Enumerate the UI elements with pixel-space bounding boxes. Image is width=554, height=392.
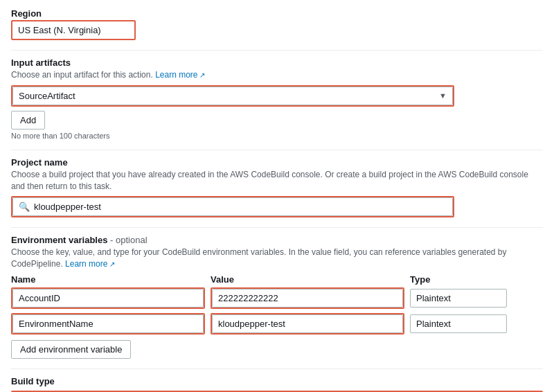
col-value-header: Value xyxy=(211,274,404,285)
project-name-label: Project name xyxy=(11,157,543,168)
env-vars-desc: Choose the key, value, and type for your… xyxy=(11,247,543,270)
dropdown-arrow-icon: ▼ xyxy=(439,91,447,100)
env-row-2 xyxy=(11,313,543,335)
env-row-1 xyxy=(11,287,543,309)
input-artifacts-label: Input artifacts xyxy=(11,57,543,68)
col-type-header: Type xyxy=(410,274,507,285)
env-value-box-1 xyxy=(211,287,404,309)
env-name-box-2 xyxy=(11,313,205,335)
env-type-1 xyxy=(410,289,507,308)
search-icon: 🔍 xyxy=(19,202,30,212)
env-vars-learn-more[interactable]: Learn more xyxy=(65,259,115,269)
env-name-box-1 xyxy=(11,287,205,309)
project-name-search-wrapper: 🔍 xyxy=(11,196,454,217)
region-label: Region xyxy=(11,8,543,19)
env-vars-header: Name Value Type xyxy=(11,274,543,285)
build-type-section: Build type Single build Triggers a singl… xyxy=(11,376,543,392)
env-name-input-2[interactable] xyxy=(12,314,204,333)
input-artifacts-section: Input artifacts Choose an input artifact… xyxy=(11,57,543,140)
project-name-desc: Choose a build project that you have alr… xyxy=(11,169,543,193)
env-type-2 xyxy=(410,314,507,333)
env-type-input-1[interactable] xyxy=(410,289,507,308)
col-name-header: Name xyxy=(11,274,205,285)
divider-4 xyxy=(11,368,543,369)
region-section: Region US East (N. Virginia) xyxy=(11,8,543,40)
add-env-var-button[interactable]: Add environment variable xyxy=(11,340,131,359)
project-name-section: Project name Choose a build project that… xyxy=(11,157,543,218)
project-search-field[interactable]: 🔍 xyxy=(12,197,453,216)
divider-2 xyxy=(11,150,543,150)
env-value-input-2[interactable] xyxy=(212,314,403,333)
artifact-hint: No more than 100 characters xyxy=(11,132,543,140)
project-search-input[interactable] xyxy=(34,202,447,212)
env-vars-label: Environment variables - optional xyxy=(11,235,543,245)
source-artifact-dropdown-wrapper: SourceArtifact ▼ xyxy=(11,85,454,107)
env-name-input-1[interactable] xyxy=(12,289,204,308)
source-artifact-value: SourceArtifact xyxy=(19,91,75,101)
env-vars-section: Environment variables - optional Choose … xyxy=(11,235,543,359)
input-artifacts-desc: Choose an input artifact for this action… xyxy=(11,69,543,81)
region-box: US East (N. Virginia) xyxy=(11,20,136,40)
env-value-box-2 xyxy=(211,313,404,335)
region-value: US East (N. Virginia) xyxy=(12,21,134,39)
build-type-label: Build type xyxy=(11,376,543,386)
env-type-input-2[interactable] xyxy=(410,314,507,333)
divider-1 xyxy=(11,50,543,51)
add-artifact-button[interactable]: Add xyxy=(11,111,45,130)
env-value-input-1[interactable] xyxy=(212,289,403,308)
source-artifact-dropdown[interactable]: SourceArtifact ▼ xyxy=(12,87,453,105)
input-artifacts-learn-more[interactable]: Learn more xyxy=(155,70,205,80)
divider-3 xyxy=(11,227,543,228)
